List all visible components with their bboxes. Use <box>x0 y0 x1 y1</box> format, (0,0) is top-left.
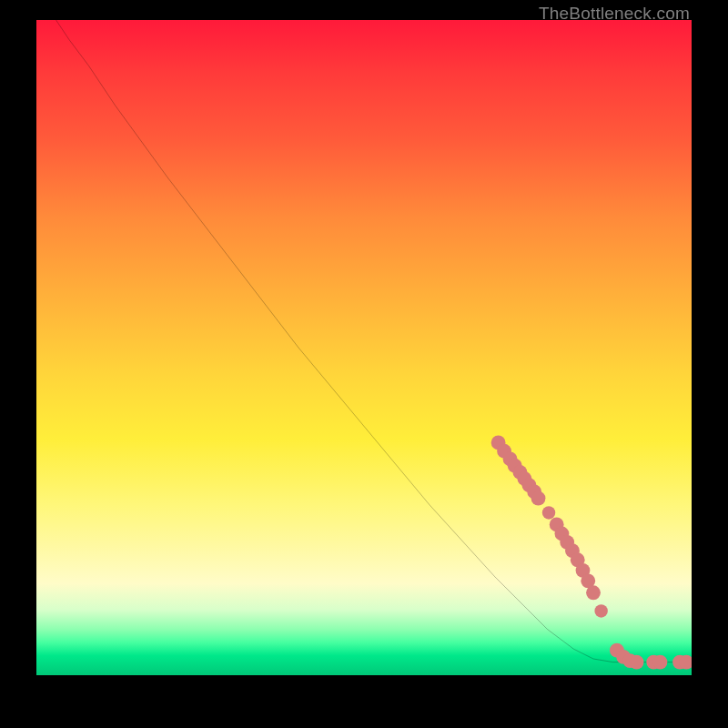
data-point <box>586 585 601 600</box>
curve-layer <box>56 20 692 662</box>
plot-area <box>36 20 692 675</box>
bottleneck-curve <box>56 20 692 662</box>
data-point <box>594 604 607 617</box>
chart-svg <box>36 20 692 675</box>
data-point <box>653 655 668 670</box>
data-point <box>542 506 555 519</box>
data-point <box>531 491 546 506</box>
data-point <box>630 655 644 670</box>
data-points-layer <box>491 435 692 669</box>
chart-frame: TheBottleneck.com <box>0 0 728 728</box>
